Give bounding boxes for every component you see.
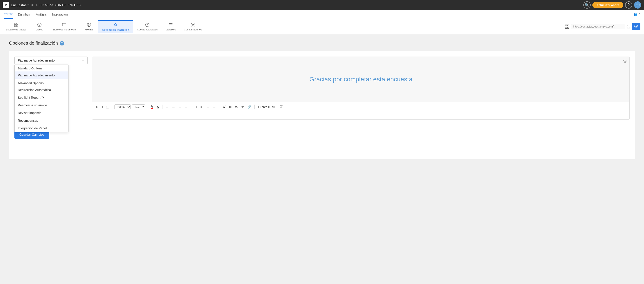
search-button[interactable]: 🔍 <box>584 1 590 8</box>
qr-code-icon[interactable] <box>565 24 570 29</box>
finalization-type-dropdown: Página de Agradecimiento ▲ Standard Opti… <box>14 56 88 64</box>
html-source-button[interactable]: Fuente HTML <box>257 104 277 109</box>
content-layout: Página de Agradecimiento ▲ Standard Opti… <box>14 56 630 120</box>
toolbar-languages[interactable]: Idiomas <box>80 20 98 33</box>
font-family-select[interactable]: Fuente <box>114 104 131 109</box>
outdent-button[interactable]: ⇤ <box>200 104 204 109</box>
toolbar-sep-4 <box>191 104 191 109</box>
link-button[interactable]: 🔗 <box>246 104 252 109</box>
top-bar: P Encuestas ▾ JU > FINALIZACION DE ENCUE… <box>0 0 644 10</box>
nav-users-count: 👥 0 <box>634 12 640 16</box>
editor-wrapper: Gracias por completar esta encuesta B I … <box>92 56 630 120</box>
nav-tab-analisis[interactable]: Análisis <box>36 10 47 18</box>
clear-format-button[interactable]: T̶ <box>278 104 283 110</box>
avatar[interactable]: JU <box>634 1 641 8</box>
dropdown-trigger[interactable]: Página de Agradecimiento ▲ <box>14 56 88 64</box>
edit-url-icon[interactable] <box>626 24 630 29</box>
dropdown-item-auto-redirect[interactable]: Redirección Automática <box>15 86 68 94</box>
unordered-list-button[interactable]: ☰ <box>206 104 210 109</box>
toolbar-sep-6 <box>254 104 255 109</box>
editor-eye-icon[interactable] <box>622 59 627 64</box>
dropdown-arrow-icon: ▲ <box>82 59 84 62</box>
italic-button[interactable]: I <box>101 104 104 109</box>
insert-image-button[interactable]: 🖼 <box>222 104 227 109</box>
toolbar-settings[interactable]: Configuraciones <box>180 20 206 33</box>
toolbar-languages-label: Idiomas <box>85 28 94 31</box>
dropdown-menu: Standard Options Página de Agradecimient… <box>14 64 68 132</box>
svg-rect-16 <box>568 28 568 28</box>
survey-title: FINALIZACION DE ENCUES... <box>40 3 83 7</box>
dropdown-item-rewards[interactable]: Recompensas <box>15 117 68 124</box>
nav-tab-integracion[interactable]: Integración <box>52 10 68 18</box>
breadcrumb-arrow: > <box>36 4 38 7</box>
save-section: Guardar Cambios <box>14 125 630 138</box>
app-name-dropdown[interactable]: Encuestas ▾ <box>11 3 29 7</box>
superscript-button[interactable]: x² <box>240 104 245 109</box>
editor-content[interactable]: Gracias por completar esta encuesta <box>92 57 629 102</box>
svg-point-18 <box>624 61 626 62</box>
font-size-select[interactable]: Ta... <box>132 104 145 109</box>
underline-button[interactable]: U <box>105 104 110 109</box>
toolbar-workspace-label: Espacio de trabajo <box>6 28 26 31</box>
toolbar-media[interactable]: Biblioteca multimedia <box>48 20 80 33</box>
svg-rect-11 <box>565 24 567 26</box>
svg-rect-13 <box>565 27 567 28</box>
svg-rect-15 <box>568 28 569 28</box>
insert-table-button[interactable]: ⊞ <box>228 104 233 109</box>
bold-button[interactable]: B <box>95 104 99 109</box>
toolbar-finalization-label: Opciones de finalización <box>102 28 129 31</box>
toolbar-workspace[interactable]: Espacio de trabajo <box>2 20 30 33</box>
align-center-button[interactable]: ☰ <box>171 104 176 109</box>
users-count-value: 0 <box>639 12 640 16</box>
toolbar-sep-3 <box>162 104 162 109</box>
svg-rect-12 <box>568 24 569 26</box>
dropdown-item-panel-integration[interactable]: Integración de Panel <box>15 124 68 132</box>
breadcrumb-user: JU <box>31 4 34 7</box>
svg-rect-0 <box>14 23 16 24</box>
dropdown-item-forward-friend[interactable]: Reenviar a un amigo <box>15 102 68 109</box>
svg-rect-2 <box>14 25 16 26</box>
font-color-button[interactable]: A <box>150 104 154 110</box>
toolbar-finalization[interactable]: Opciones de finalización <box>98 20 133 33</box>
svg-rect-6 <box>62 23 66 26</box>
dropdown-item-thank-you[interactable]: Página de Agradecimiento <box>15 72 68 79</box>
survey-url-input[interactable] <box>571 24 625 29</box>
ordered-list-button[interactable]: ☰ <box>212 104 217 109</box>
users-icon: 👥 <box>634 12 637 16</box>
help-button[interactable]: ? <box>625 1 632 8</box>
app-name-chevron-icon: ▾ <box>28 4 29 6</box>
editor-column: Gracias por completar esta encuesta B I … <box>92 56 630 120</box>
align-left-button[interactable]: ☰ <box>165 104 170 109</box>
toolbar-quotas-label: Cuotas avanzadas <box>137 28 158 31</box>
dropdown-item-review-print[interactable]: Revisar/Imprimir <box>15 109 68 117</box>
dropdown-selected-value: Página de Agradecimiento <box>18 58 54 62</box>
nav-tab-distribuir[interactable]: Distribuir <box>18 10 30 18</box>
align-right-button[interactable]: ☰ <box>177 104 182 109</box>
toolbar-quotas[interactable]: Cuotas avanzadas <box>133 20 162 33</box>
toolbar-design-label: Diseño <box>36 28 43 31</box>
toolbar-settings-label: Configuraciones <box>184 28 202 31</box>
help-tooltip-icon[interactable]: ? <box>60 41 64 46</box>
toolbar-design[interactable]: Diseño <box>30 20 48 33</box>
svg-point-17 <box>636 26 637 27</box>
toolbar-media-label: Biblioteca multimedia <box>52 28 76 31</box>
preview-eye-button[interactable] <box>632 23 640 30</box>
svg-point-4 <box>38 23 42 26</box>
dropdown-item-spotlight-report[interactable]: Spotlight Report ™ <box>15 94 68 102</box>
subscript-button[interactable]: x₂ <box>234 104 239 109</box>
toolbar-url-area <box>565 23 640 30</box>
nav-tab-editar[interactable]: Editar <box>4 10 12 19</box>
advanced-options-label: Advanced Options <box>15 79 68 86</box>
align-justify-button[interactable]: ☰ <box>184 104 188 109</box>
toolbar-sep-5 <box>219 104 219 109</box>
standard-options-label: Standard Options <box>15 64 68 72</box>
svg-rect-3 <box>16 25 18 26</box>
svg-point-5 <box>39 24 40 26</box>
update-now-button[interactable]: Actualizar ahora <box>592 2 623 8</box>
toolbar-sep-1 <box>112 104 112 109</box>
toolbar-variables[interactable]: Variables <box>162 20 180 33</box>
toolbar-variables-label: Variables <box>166 28 176 31</box>
indent-button[interactable]: ⇥ <box>193 104 198 109</box>
highlight-color-button[interactable]: A <box>156 104 160 109</box>
second-nav: Editar Distribuir Análisis Integración 👥… <box>0 10 644 19</box>
